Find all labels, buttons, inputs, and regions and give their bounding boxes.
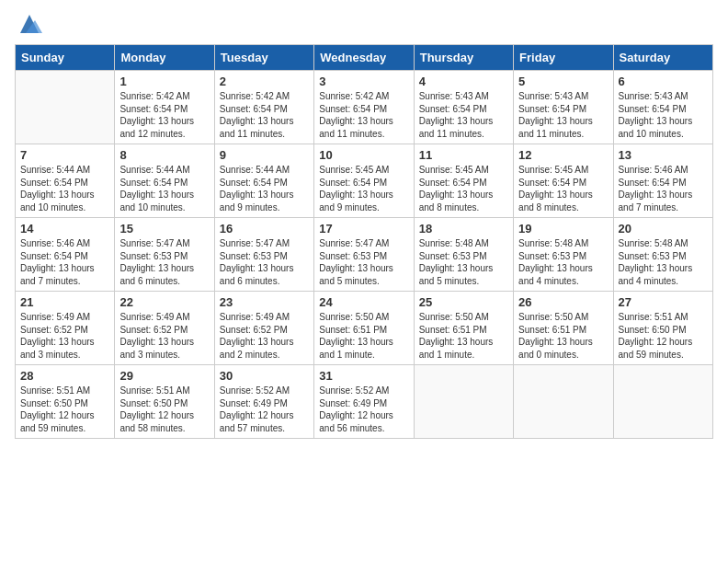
calendar-cell: 4Sunrise: 5:43 AM Sunset: 6:54 PM Daylig… — [414, 71, 513, 144]
calendar-cell: 31Sunrise: 5:52 AM Sunset: 6:49 PM Dayli… — [314, 365, 414, 439]
day-number: 16 — [220, 222, 309, 236]
calendar-table: SundayMondayTuesdayWednesdayThursdayFrid… — [15, 44, 713, 439]
calendar-week-row: 28Sunrise: 5:51 AM Sunset: 6:50 PM Dayli… — [16, 365, 713, 439]
logo — [15, 15, 42, 37]
day-number: 19 — [518, 222, 608, 236]
day-info: Sunrise: 5:43 AM Sunset: 6:54 PM Dayligh… — [419, 90, 508, 140]
day-number: 2 — [220, 75, 309, 88]
logo-icon — [17, 11, 42, 37]
day-number: 14 — [20, 222, 109, 236]
calendar-cell: 9Sunrise: 5:44 AM Sunset: 6:54 PM Daylig… — [214, 144, 313, 218]
calendar-week-row: 1Sunrise: 5:42 AM Sunset: 6:54 PM Daylig… — [16, 71, 713, 144]
day-info: Sunrise: 5:48 AM Sunset: 6:53 PM Dayligh… — [518, 237, 608, 287]
calendar-cell: 19Sunrise: 5:48 AM Sunset: 6:53 PM Dayli… — [514, 218, 613, 292]
day-number: 28 — [20, 369, 109, 383]
calendar-cell: 1Sunrise: 5:42 AM Sunset: 6:54 PM Daylig… — [115, 71, 214, 144]
calendar-week-row: 14Sunrise: 5:46 AM Sunset: 6:54 PM Dayli… — [16, 218, 713, 292]
calendar-cell: 8Sunrise: 5:44 AM Sunset: 6:54 PM Daylig… — [115, 144, 214, 218]
day-info: Sunrise: 5:46 AM Sunset: 6:54 PM Dayligh… — [20, 237, 109, 287]
day-info: Sunrise: 5:49 AM Sunset: 6:52 PM Dayligh… — [220, 311, 309, 361]
calendar-cell: 5Sunrise: 5:43 AM Sunset: 6:54 PM Daylig… — [514, 71, 613, 144]
day-number: 10 — [319, 148, 408, 162]
day-info: Sunrise: 5:43 AM Sunset: 6:54 PM Dayligh… — [518, 90, 608, 140]
day-number: 3 — [319, 75, 408, 88]
day-info: Sunrise: 5:42 AM Sunset: 6:54 PM Dayligh… — [319, 90, 408, 140]
day-info: Sunrise: 5:50 AM Sunset: 6:51 PM Dayligh… — [319, 311, 408, 361]
calendar-cell: 2Sunrise: 5:42 AM Sunset: 6:54 PM Daylig… — [214, 71, 313, 144]
calendar-cell: 21Sunrise: 5:49 AM Sunset: 6:52 PM Dayli… — [16, 292, 115, 365]
calendar-cell: 16Sunrise: 5:47 AM Sunset: 6:53 PM Dayli… — [214, 218, 313, 292]
day-number: 29 — [119, 369, 209, 383]
day-number: 27 — [619, 295, 708, 309]
day-number: 31 — [319, 369, 408, 383]
day-info: Sunrise: 5:44 AM Sunset: 6:54 PM Dayligh… — [220, 164, 309, 213]
day-info: Sunrise: 5:49 AM Sunset: 6:52 PM Dayligh… — [119, 311, 209, 361]
day-info: Sunrise: 5:52 AM Sunset: 6:49 PM Dayligh… — [319, 385, 408, 434]
day-info: Sunrise: 5:44 AM Sunset: 6:54 PM Dayligh… — [20, 164, 109, 213]
calendar-week-row: 7Sunrise: 5:44 AM Sunset: 6:54 PM Daylig… — [16, 144, 713, 218]
calendar-cell: 13Sunrise: 5:46 AM Sunset: 6:54 PM Dayli… — [613, 144, 712, 218]
day-info: Sunrise: 5:44 AM Sunset: 6:54 PM Dayligh… — [119, 164, 209, 213]
day-number: 1 — [119, 75, 209, 88]
calendar-cell: 6Sunrise: 5:43 AM Sunset: 6:54 PM Daylig… — [613, 71, 712, 144]
calendar-cell: 11Sunrise: 5:45 AM Sunset: 6:54 PM Dayli… — [414, 144, 513, 218]
calendar-cell: 15Sunrise: 5:47 AM Sunset: 6:53 PM Dayli… — [115, 218, 214, 292]
calendar-cell — [514, 365, 613, 439]
day-info: Sunrise: 5:52 AM Sunset: 6:49 PM Dayligh… — [220, 385, 309, 434]
day-info: Sunrise: 5:49 AM Sunset: 6:52 PM Dayligh… — [20, 311, 109, 361]
day-info: Sunrise: 5:47 AM Sunset: 6:53 PM Dayligh… — [119, 237, 209, 287]
day-info: Sunrise: 5:42 AM Sunset: 6:54 PM Dayligh… — [119, 90, 209, 140]
day-info: Sunrise: 5:51 AM Sunset: 6:50 PM Dayligh… — [619, 311, 708, 361]
day-info: Sunrise: 5:46 AM Sunset: 6:54 PM Dayligh… — [619, 164, 708, 213]
day-number: 12 — [518, 148, 608, 162]
calendar-cell: 27Sunrise: 5:51 AM Sunset: 6:50 PM Dayli… — [613, 292, 712, 365]
calendar-cell: 14Sunrise: 5:46 AM Sunset: 6:54 PM Dayli… — [16, 218, 115, 292]
calendar-cell: 25Sunrise: 5:50 AM Sunset: 6:51 PM Dayli… — [414, 292, 513, 365]
day-number: 24 — [319, 295, 408, 309]
calendar-cell: 7Sunrise: 5:44 AM Sunset: 6:54 PM Daylig… — [16, 144, 115, 218]
day-number: 30 — [220, 369, 309, 383]
day-info: Sunrise: 5:42 AM Sunset: 6:54 PM Dayligh… — [220, 90, 309, 140]
day-info: Sunrise: 5:47 AM Sunset: 6:53 PM Dayligh… — [220, 237, 309, 287]
day-number: 23 — [220, 295, 309, 309]
day-info: Sunrise: 5:43 AM Sunset: 6:54 PM Dayligh… — [619, 90, 708, 140]
day-number: 26 — [518, 295, 608, 309]
day-info: Sunrise: 5:48 AM Sunset: 6:53 PM Dayligh… — [619, 237, 708, 287]
calendar-cell: 18Sunrise: 5:48 AM Sunset: 6:53 PM Dayli… — [414, 218, 513, 292]
day-info: Sunrise: 5:51 AM Sunset: 6:50 PM Dayligh… — [20, 385, 109, 434]
calendar-cell: 29Sunrise: 5:51 AM Sunset: 6:50 PM Dayli… — [115, 365, 214, 439]
day-number: 15 — [119, 222, 209, 236]
day-number: 17 — [319, 222, 408, 236]
column-header-monday: Monday — [115, 45, 214, 71]
calendar-cell: 22Sunrise: 5:49 AM Sunset: 6:52 PM Dayli… — [115, 292, 214, 365]
day-info: Sunrise: 5:51 AM Sunset: 6:50 PM Dayligh… — [119, 385, 209, 434]
calendar-cell — [414, 365, 513, 439]
day-info: Sunrise: 5:48 AM Sunset: 6:53 PM Dayligh… — [419, 237, 508, 287]
day-number: 5 — [518, 75, 608, 88]
day-number: 21 — [20, 295, 109, 309]
column-header-tuesday: Tuesday — [214, 45, 313, 71]
day-number: 7 — [20, 148, 109, 162]
calendar-cell: 28Sunrise: 5:51 AM Sunset: 6:50 PM Dayli… — [16, 365, 115, 439]
day-info: Sunrise: 5:47 AM Sunset: 6:53 PM Dayligh… — [319, 237, 408, 287]
day-info: Sunrise: 5:45 AM Sunset: 6:54 PM Dayligh… — [419, 164, 508, 213]
day-number: 18 — [419, 222, 508, 236]
column-header-friday: Friday — [514, 45, 613, 71]
day-number: 13 — [619, 148, 708, 162]
column-header-thursday: Thursday — [414, 45, 513, 71]
calendar-cell: 3Sunrise: 5:42 AM Sunset: 6:54 PM Daylig… — [314, 71, 414, 144]
day-number: 11 — [419, 148, 508, 162]
day-number: 25 — [419, 295, 508, 309]
column-header-sunday: Sunday — [16, 45, 115, 71]
calendar-cell: 24Sunrise: 5:50 AM Sunset: 6:51 PM Dayli… — [314, 292, 414, 365]
calendar-cell: 17Sunrise: 5:47 AM Sunset: 6:53 PM Dayli… — [314, 218, 414, 292]
calendar-cell: 26Sunrise: 5:50 AM Sunset: 6:51 PM Dayli… — [514, 292, 613, 365]
page-header — [15, 15, 713, 37]
day-info: Sunrise: 5:50 AM Sunset: 6:51 PM Dayligh… — [419, 311, 508, 361]
column-header-saturday: Saturday — [613, 45, 712, 71]
day-number: 22 — [119, 295, 209, 309]
calendar-cell — [613, 365, 712, 439]
day-number: 4 — [419, 75, 508, 88]
calendar-cell: 10Sunrise: 5:45 AM Sunset: 6:54 PM Dayli… — [314, 144, 414, 218]
day-number: 6 — [619, 75, 708, 88]
